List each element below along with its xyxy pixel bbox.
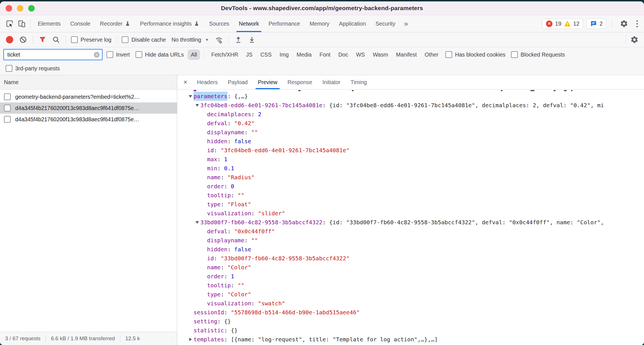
tab-elements[interactable]: Elements <box>33 15 65 32</box>
name-column-header[interactable]: Name <box>0 75 177 89</box>
network-settings-button[interactable] <box>628 33 641 46</box>
inspect-element-button[interactable] <box>3 17 16 30</box>
disable-cache-control[interactable]: Disable cache <box>120 36 167 43</box>
network-conditions-button[interactable] <box>213 33 225 46</box>
json-value: "" <box>237 281 244 290</box>
type-filter-wasm[interactable]: Wasm <box>370 50 391 60</box>
json-value: 0.1 <box>224 164 234 173</box>
search-button[interactable] <box>50 33 62 46</box>
tab-sources[interactable]: Sources <box>204 15 234 32</box>
has-blocked-cookies-control[interactable]: Has blocked cookies <box>444 51 507 58</box>
tab-security[interactable]: Security <box>371 15 400 32</box>
download-arrow-icon <box>248 36 256 44</box>
detail-tab-response[interactable]: Response <box>283 75 317 89</box>
type-filter-font[interactable]: Font <box>316 50 334 60</box>
request-row[interactable]: d4a345f4b21760200f13c983d8aec9f641df0875… <box>0 102 177 114</box>
type-filter-ws[interactable]: WS <box>353 50 368 60</box>
json-colon: : <box>221 263 227 272</box>
third-party-control[interactable]: 3rd-party requests <box>4 65 61 72</box>
upload-arrow-icon <box>234 36 242 44</box>
request-row-checkbox[interactable] <box>4 93 11 100</box>
issues-badge[interactable]: 2 <box>587 18 606 29</box>
throttling-select[interactable]: No throttling ▼ <box>169 37 212 43</box>
detail-tab-headers[interactable]: Headers <box>192 75 223 89</box>
record-network-log-button[interactable] <box>3 33 16 46</box>
preview-line[interactable]: 3fc04be8-edd6-4e01-9261-7bc145a4081e: {i… <box>177 101 644 110</box>
more-tabs-button[interactable]: » <box>400 19 412 28</box>
tab-application[interactable]: Application <box>334 15 370 32</box>
type-filter-doc[interactable]: Doc <box>335 50 351 60</box>
hide-data-urls-control[interactable]: Hide data URLs <box>134 51 186 58</box>
gear-icon <box>630 35 639 44</box>
zoom-window-button[interactable] <box>28 5 35 12</box>
invert-control[interactable]: Invert <box>105 51 132 58</box>
tab-console[interactable]: Console <box>65 15 95 32</box>
type-filter-manifest[interactable]: Manifest <box>393 50 420 60</box>
preview-line[interactable]: parameters: {,…} <box>177 92 644 101</box>
json-key: min <box>207 164 217 173</box>
close-window-button[interactable] <box>6 5 12 12</box>
type-filter-all[interactable]: All <box>188 50 200 60</box>
console-errors-warnings-badge[interactable]: × 19 12 <box>542 19 583 29</box>
tab-recorder[interactable]: Recorder <box>95 15 135 32</box>
filter-input[interactable] <box>7 51 94 58</box>
type-filter-img[interactable]: Img <box>276 50 292 60</box>
detail-tab-payload[interactable]: Payload <box>223 75 253 89</box>
hide-data-urls-checkbox[interactable] <box>136 51 142 58</box>
hide-data-urls-label: Hide data URLs <box>145 51 184 58</box>
minimize-window-button[interactable] <box>17 5 23 12</box>
json-colon: : <box>224 308 231 317</box>
type-filter-media[interactable]: Media <box>294 50 315 60</box>
preserve-log-control[interactable]: Preserve log <box>69 36 113 43</box>
request-row[interactable]: d4a345f4b21760200f13c983d8aec9f641df0875… <box>0 114 177 125</box>
invert-checkbox[interactable] <box>106 51 113 58</box>
json-value: "3fc04be8-edd6-4e01-9261-7bc145a4081e" <box>221 146 350 155</box>
preview-line: max: 1 <box>177 155 644 164</box>
type-filter-css[interactable]: CSS <box>257 50 275 60</box>
json-colon: : <box>322 218 329 227</box>
devtools-settings-button[interactable] <box>618 17 630 30</box>
preview-line[interactable]: 33bd00f7-fb60-4c82-9558-3b5abccf4322: {i… <box>177 218 644 227</box>
preview-line[interactable]: templates: [{name: "log-request", title:… <box>177 335 644 344</box>
import-har-button[interactable] <box>232 33 245 46</box>
json-colon: : <box>322 101 329 110</box>
tab-network[interactable]: Network <box>234 15 264 32</box>
detail-tab-initiator[interactable]: Initiator <box>317 75 345 89</box>
detail-tab-preview[interactable]: Preview <box>253 75 282 89</box>
disclosure-right-icon[interactable] <box>187 338 194 341</box>
type-filter-fetch-xhr[interactable]: Fetch/XHR <box>208 50 241 60</box>
clear-network-log-button[interactable] <box>17 33 29 46</box>
json-value: "" <box>251 236 258 245</box>
toggle-device-toolbar-button[interactable] <box>16 17 28 30</box>
preserve-log-label: Preserve log <box>81 37 111 43</box>
disclosure-down-icon[interactable] <box>194 221 200 224</box>
tab-memory[interactable]: Memory <box>305 15 334 32</box>
type-filter-js[interactable]: JS <box>243 50 256 60</box>
blocked-requests-control[interactable]: Blocked Requests <box>509 51 567 58</box>
tab-performance[interactable]: Performance <box>264 15 305 32</box>
disclosure-down-icon[interactable] <box>194 104 200 107</box>
close-detail-icon[interactable]: × <box>179 78 192 86</box>
detail-tab-timing[interactable]: Timing <box>345 75 372 89</box>
request-row[interactable]: geometry-backend-parameters?embed=ticket… <box>0 91 177 102</box>
disclosure-down-icon[interactable] <box>187 95 194 98</box>
divider <box>33 35 33 44</box>
type-filter-other[interactable]: Other <box>421 50 441 60</box>
preserve-log-checkbox[interactable] <box>71 36 78 43</box>
inspect-cursor-icon <box>5 19 14 28</box>
tab-label: Memory <box>310 21 329 27</box>
record-icon <box>6 36 13 43</box>
third-party-checkbox[interactable] <box>6 65 12 72</box>
export-har-button[interactable] <box>246 33 258 46</box>
request-row-checkbox[interactable] <box>4 116 11 123</box>
json-colon: : <box>251 299 258 308</box>
tab-performance-insights[interactable]: Performance insights <box>135 15 204 32</box>
json-key: hidden <box>207 245 227 254</box>
filter-toggle-button[interactable] <box>36 33 49 46</box>
disable-cache-checkbox[interactable] <box>122 36 128 43</box>
customize-devtools-menu-button[interactable] <box>634 20 641 27</box>
request-row-checkbox[interactable] <box>4 105 11 111</box>
blocked-requests-checkbox[interactable] <box>511 51 518 58</box>
clear-filter-icon[interactable]: × <box>94 52 100 58</box>
has-blocked-cookies-checkbox[interactable] <box>445 51 452 58</box>
